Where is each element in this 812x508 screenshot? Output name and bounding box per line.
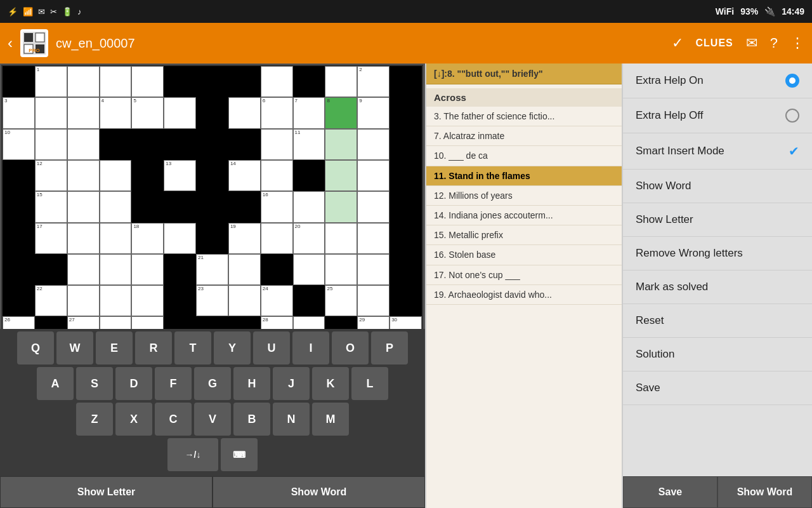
- key-Y[interactable]: Y: [214, 331, 251, 364]
- key-X[interactable]: X: [115, 403, 152, 436]
- key-K[interactable]: K: [312, 367, 349, 400]
- clue-16[interactable]: 16. Stolen base: [426, 245, 622, 265]
- cell-5-5[interactable]: [164, 223, 196, 254]
- cell-0-8[interactable]: [261, 66, 293, 97]
- cell-3-1[interactable]: 12: [35, 160, 67, 191]
- cell-8-8[interactable]: 28: [261, 316, 293, 329]
- cell-6-10[interactable]: [325, 254, 357, 285]
- clue-3[interactable]: 3. The father of science fictio...: [426, 107, 622, 126]
- cell-8-4[interactable]: [131, 316, 164, 329]
- cell-2-8[interactable]: [261, 129, 293, 160]
- help-icon[interactable]: ?: [770, 35, 778, 51]
- cell-3-7[interactable]: 14: [228, 160, 261, 191]
- menu-extra-help-on[interactable]: Extra Help On: [623, 64, 812, 98]
- cell-5-3[interactable]: [100, 223, 132, 254]
- cell-1-0[interactable]: 3: [3, 97, 35, 128]
- cell-1-3[interactable]: 4: [100, 97, 132, 128]
- menu-mark-solved[interactable]: Mark as solved: [623, 271, 812, 304]
- cell-2-9[interactable]: 11: [293, 129, 325, 160]
- cell-4-2[interactable]: [67, 191, 100, 222]
- cell-0-4[interactable]: [131, 66, 164, 97]
- key-O[interactable]: O: [332, 331, 369, 364]
- clue-7[interactable]: 7. Alcatraz inmate: [426, 126, 622, 146]
- key-S[interactable]: S: [76, 367, 113, 400]
- clue-11[interactable]: 11. Stand in the flames: [426, 166, 622, 186]
- cell-1-2[interactable]: [67, 97, 100, 128]
- cell-3-10[interactable]: [325, 160, 357, 191]
- clue-14[interactable]: 14. Indiana jones accouterm...: [426, 206, 622, 225]
- cell-4-1[interactable]: 15: [35, 191, 67, 222]
- cell-5-1[interactable]: 17: [35, 223, 67, 254]
- menu-smart-insert[interactable]: Smart Insert Mode ✔: [623, 133, 812, 170]
- cell-2-2[interactable]: [67, 129, 100, 160]
- key-H[interactable]: H: [233, 367, 270, 400]
- cell-4-9[interactable]: [293, 191, 325, 222]
- extra-help-off-radio[interactable]: [785, 109, 799, 123]
- clue-15[interactable]: 15. Metallic prefix: [426, 225, 622, 245]
- more-icon[interactable]: ⋮: [790, 35, 804, 51]
- cell-5-10[interactable]: [325, 223, 357, 254]
- cell-7-2[interactable]: [67, 285, 100, 316]
- menu-show-word-button[interactable]: Show Word: [717, 476, 812, 508]
- menu-save-button[interactable]: Save: [623, 476, 717, 508]
- cell-0-2[interactable]: [67, 66, 100, 97]
- cell-7-4[interactable]: [131, 285, 164, 316]
- menu-extra-help-off[interactable]: Extra Help Off: [623, 98, 812, 133]
- cell-1-1[interactable]: [35, 97, 67, 128]
- cell-6-7[interactable]: [228, 254, 261, 285]
- key-P[interactable]: P: [371, 331, 408, 364]
- cell-1-4[interactable]: 5: [131, 97, 164, 128]
- check-icon[interactable]: ✓: [672, 35, 683, 51]
- cell-0-11[interactable]: 2: [357, 66, 390, 97]
- show-word-button[interactable]: Show Word: [213, 476, 425, 508]
- cell-3-2[interactable]: [67, 160, 100, 191]
- cell-1-11[interactable]: 9: [357, 97, 390, 128]
- cell-0-1[interactable]: 1: [35, 66, 67, 97]
- key-J[interactable]: J: [273, 367, 310, 400]
- cell-4-8[interactable]: 16: [261, 191, 293, 222]
- cell-1-5[interactable]: [164, 97, 196, 128]
- key-F[interactable]: F: [155, 367, 192, 400]
- back-button[interactable]: ‹: [8, 34, 13, 52]
- cell-6-6[interactable]: 21: [196, 254, 228, 285]
- menu-solution[interactable]: Solution: [623, 338, 812, 371]
- menu-remove-wrong[interactable]: Remove Wrong letters: [623, 237, 812, 271]
- cell-4-3[interactable]: [100, 191, 132, 222]
- cell-1-9[interactable]: 7: [293, 97, 325, 128]
- menu-save[interactable]: Save: [623, 371, 812, 405]
- key-L[interactable]: L: [351, 367, 388, 400]
- clues-list[interactable]: Across 3. The father of science fictio..…: [426, 84, 622, 508]
- menu-show-word[interactable]: Show Word: [623, 170, 812, 203]
- key-A[interactable]: A: [37, 367, 74, 400]
- key-keyboard[interactable]: ⌨: [221, 438, 258, 471]
- cell-8-3[interactable]: [100, 316, 132, 329]
- crossword-grid[interactable]: 1234567891011121314151617181920212223242…: [1, 65, 423, 329]
- email-icon[interactable]: ✉: [746, 35, 757, 51]
- cell-5-8[interactable]: [261, 223, 293, 254]
- cell-1-7[interactable]: [228, 97, 261, 128]
- cell-1-8[interactable]: 6: [261, 97, 293, 128]
- key-U[interactable]: U: [253, 331, 290, 364]
- clue-19[interactable]: 19. Archaeologist david who...: [426, 285, 622, 305]
- cell-5-11[interactable]: [357, 223, 390, 254]
- cell-2-0[interactable]: 10: [3, 129, 35, 160]
- cell-7-11[interactable]: [357, 285, 390, 316]
- cell-8-9[interactable]: [293, 316, 325, 329]
- cell-5-7[interactable]: 19: [228, 223, 261, 254]
- key-V[interactable]: V: [194, 403, 231, 436]
- cell-7-1[interactable]: 22: [35, 285, 67, 316]
- cell-0-3[interactable]: [100, 66, 132, 97]
- cell-4-11[interactable]: [357, 191, 390, 222]
- cell-2-1[interactable]: [35, 129, 67, 160]
- cell-2-10[interactable]: [325, 129, 357, 160]
- key-N[interactable]: N: [273, 403, 310, 436]
- cell-6-9[interactable]: [293, 254, 325, 285]
- key-arrow[interactable]: →/↓: [167, 438, 218, 471]
- cell-0-10[interactable]: [325, 66, 357, 97]
- key-Q[interactable]: Q: [17, 331, 54, 364]
- cell-8-2[interactable]: 27: [67, 316, 100, 329]
- clue-10[interactable]: 10. ___ de ca: [426, 146, 622, 166]
- cell-8-12[interactable]: 30: [390, 316, 422, 329]
- key-T[interactable]: T: [174, 331, 211, 364]
- menu-show-letter[interactable]: Show Letter: [623, 203, 812, 237]
